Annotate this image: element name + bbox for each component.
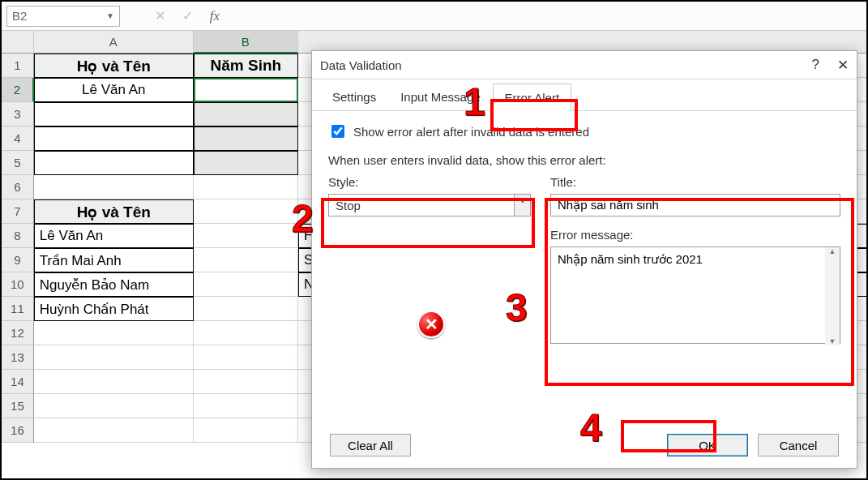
col-header-B[interactable]: B <box>194 31 298 54</box>
cell[interactable] <box>194 370 298 394</box>
row-header[interactable]: 1 <box>2 54 34 78</box>
cancel-formula-icon: ✕ <box>149 6 170 27</box>
row-header[interactable]: 3 <box>2 102 34 126</box>
annotation-box-3 <box>545 198 854 386</box>
show-error-alert-checkbox-input[interactable] <box>331 125 344 138</box>
cell-A11[interactable]: Huỳnh Chấn Phát <box>34 297 194 321</box>
annotation-box-1 <box>490 99 578 131</box>
cell-A7[interactable]: Họ và Tên <box>34 199 194 224</box>
cell-B8[interactable] <box>194 224 298 248</box>
cell-A2[interactable]: Lê Văn An <box>34 78 194 102</box>
cell-B7[interactable] <box>194 199 298 224</box>
cell-B2-active[interactable] <box>194 78 298 102</box>
accept-formula-icon: ✓ <box>177 6 198 27</box>
cell-B5[interactable] <box>194 151 298 175</box>
cell-B9[interactable] <box>194 248 298 272</box>
cell[interactable] <box>34 321 194 345</box>
formula-input[interactable] <box>230 6 860 27</box>
cell[interactable] <box>34 370 194 394</box>
annotation-number-3: 3 <box>506 285 529 330</box>
name-box[interactable]: B2 ▼ <box>6 6 120 27</box>
row-header[interactable]: 12 <box>2 321 34 345</box>
fx-icon[interactable]: fx <box>204 6 225 27</box>
row-header[interactable]: 10 <box>2 272 34 297</box>
annotation-number-4: 4 <box>580 405 604 450</box>
cell-A8[interactable]: Lê Văn An <box>34 224 194 248</box>
formula-bar: B2 ▼ ✕ ✓ fx <box>2 2 866 31</box>
cell[interactable] <box>194 418 298 443</box>
cell[interactable] <box>34 418 194 443</box>
cell-B10[interactable] <box>194 272 298 297</box>
cancel-button[interactable]: Cancel <box>758 434 839 456</box>
cell[interactable] <box>194 345 298 370</box>
row-header[interactable]: 15 <box>2 394 34 418</box>
tab-settings[interactable]: Settings <box>320 83 388 110</box>
row-header[interactable]: 14 <box>2 370 34 394</box>
dialog-titlebar: Data Validation ? ✕ <box>312 51 857 79</box>
error-alert-subheading: When user enters invalid data, show this… <box>328 153 840 167</box>
row-header[interactable]: 8 <box>2 224 34 248</box>
row-header[interactable]: 13 <box>2 345 34 370</box>
title-label: Title: <box>550 175 840 189</box>
clear-all-button[interactable]: Clear All <box>330 434 411 456</box>
row-header[interactable]: 7 <box>2 199 34 224</box>
cell-A4[interactable] <box>34 126 194 151</box>
cell-A5[interactable] <box>34 151 194 175</box>
cell-A6[interactable] <box>34 175 194 199</box>
dialog-tabs: Settings Input Message Error Alert <box>312 79 857 111</box>
cell-A10[interactable]: Nguyễn Bảo Nam <box>34 272 194 297</box>
row-header[interactable]: 9 <box>2 248 34 272</box>
row-header[interactable]: 6 <box>2 175 34 199</box>
chevron-down-icon[interactable]: ▼ <box>106 11 114 20</box>
cell-A1[interactable]: Họ và Tên <box>34 54 194 78</box>
annotation-box-2 <box>321 198 535 248</box>
cell[interactable] <box>194 394 298 418</box>
annotation-box-4 <box>621 420 716 452</box>
dialog-title: Data Validation <box>320 58 402 72</box>
style-label: Style: <box>328 175 531 189</box>
cell-A9[interactable]: Trần Mai Anh <box>34 248 194 272</box>
row-header[interactable]: 2 <box>2 78 34 102</box>
cell-B1[interactable]: Năm Sinh <box>194 54 298 78</box>
dialog-help-icon[interactable]: ? <box>812 57 819 74</box>
cell[interactable] <box>34 394 194 418</box>
row-header[interactable]: 11 <box>2 297 34 321</box>
cell-B4[interactable] <box>194 126 298 151</box>
row-header[interactable]: 5 <box>2 151 34 175</box>
row-header[interactable]: 4 <box>2 126 34 151</box>
cell-B11[interactable] <box>194 297 298 321</box>
cell-B6[interactable] <box>194 175 298 199</box>
cell-B3[interactable] <box>194 102 298 126</box>
select-all-corner[interactable] <box>2 31 34 54</box>
name-box-value: B2 <box>12 9 27 23</box>
cell[interactable] <box>34 345 194 370</box>
col-header-A[interactable]: A <box>34 31 194 54</box>
dialog-close-icon[interactable]: ✕ <box>837 57 849 74</box>
annotation-number-1: 1 <box>464 79 487 124</box>
cell[interactable] <box>194 321 298 345</box>
annotation-number-2: 2 <box>292 196 315 241</box>
cell-A3[interactable] <box>34 102 194 126</box>
stop-icon: ✕ <box>417 311 445 338</box>
row-header[interactable]: 16 <box>2 418 34 443</box>
show-error-alert-checkbox[interactable]: Show error alert after invalid data is e… <box>328 122 840 140</box>
